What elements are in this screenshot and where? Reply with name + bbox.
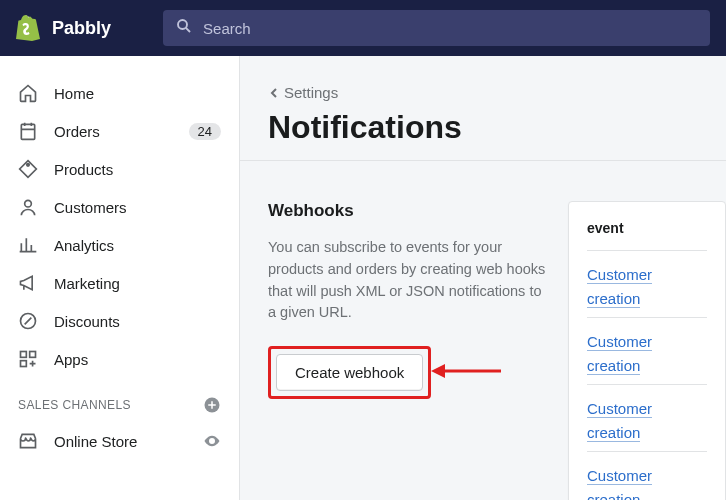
sidebar-item-label: Home [54,85,221,102]
eye-icon[interactable] [203,432,221,450]
analytics-icon [18,235,38,255]
person-icon [18,197,38,217]
svg-point-0 [178,20,187,29]
sidebar-item-label: Orders [54,123,173,140]
event-link[interactable]: Customer creation [587,333,652,375]
tag-icon [18,159,38,179]
search-field[interactable] [163,10,710,46]
discount-icon [18,311,38,331]
events-header: event [587,220,707,250]
sidebar-item-label: Apps [54,351,221,368]
sidebar-item-label: Products [54,161,221,178]
sidebar-item-analytics[interactable]: Analytics [0,226,239,264]
sidebar-item-label: Customers [54,199,221,216]
sidebar-item-marketing[interactable]: Marketing [0,264,239,302]
sidebar-item-orders[interactable]: Orders 24 [0,112,239,150]
search-input[interactable] [203,20,698,37]
sidebar-item-products[interactable]: Products [0,150,239,188]
store-icon [18,431,38,451]
webhooks-title: Webhooks [268,201,548,221]
event-link[interactable]: Customer creation [587,266,652,308]
page-title: Notifications [240,101,726,161]
logo-icon [16,15,40,41]
home-icon [18,83,38,103]
sidebar: Home Orders 24 Products Customers Analyt… [0,56,240,500]
sidebar-item-discounts[interactable]: Discounts [0,302,239,340]
sidebar-item-label: Marketing [54,275,221,292]
breadcrumb-back[interactable]: Settings [240,84,726,101]
apps-icon [18,349,38,369]
search-icon [175,17,193,39]
megaphone-icon [18,273,38,293]
event-link[interactable]: Customer creation [587,467,652,500]
create-webhook-button[interactable]: Create webhook [276,354,423,391]
svg-point-10 [211,440,214,443]
event-row: Customer creation [587,250,707,317]
sidebar-item-home[interactable]: Home [0,74,239,112]
sidebar-item-label: Analytics [54,237,221,254]
annotation-arrow-icon [431,359,501,387]
topbar: Pabbly [0,0,726,56]
create-webhook-highlight: Create webhook [268,346,431,399]
orders-icon [18,121,38,141]
svg-rect-7 [30,352,36,358]
sidebar-item-label: Online Store [54,433,187,450]
orders-badge: 24 [189,123,221,140]
webhooks-description: You can subscribe to events for your pro… [268,237,548,324]
add-channel-icon[interactable] [203,396,221,414]
section-label: SALES CHANNELS [18,398,131,412]
sidebar-item-label: Discounts [54,313,221,330]
event-row: Customer creation [587,317,707,384]
back-label: Settings [284,84,338,101]
event-link[interactable]: Customer creation [587,400,652,442]
event-row: Customer creation [587,384,707,451]
events-card: event Customer creation Customer creatio… [568,201,726,500]
svg-rect-8 [21,361,27,367]
sidebar-item-customers[interactable]: Customers [0,188,239,226]
sidebar-item-online-store[interactable]: Online Store [0,422,239,460]
svg-point-4 [25,200,32,207]
svg-point-3 [27,164,30,167]
svg-rect-6 [21,352,27,358]
event-row: Customer creation [587,451,707,500]
brand-name: Pabbly [52,18,111,39]
svg-rect-2 [21,124,34,139]
svg-line-1 [186,28,190,32]
sales-channels-header: SALES CHANNELS [0,378,239,422]
sidebar-item-apps[interactable]: Apps [0,340,239,378]
main-content: Settings Notifications Webhooks You can … [240,56,726,500]
